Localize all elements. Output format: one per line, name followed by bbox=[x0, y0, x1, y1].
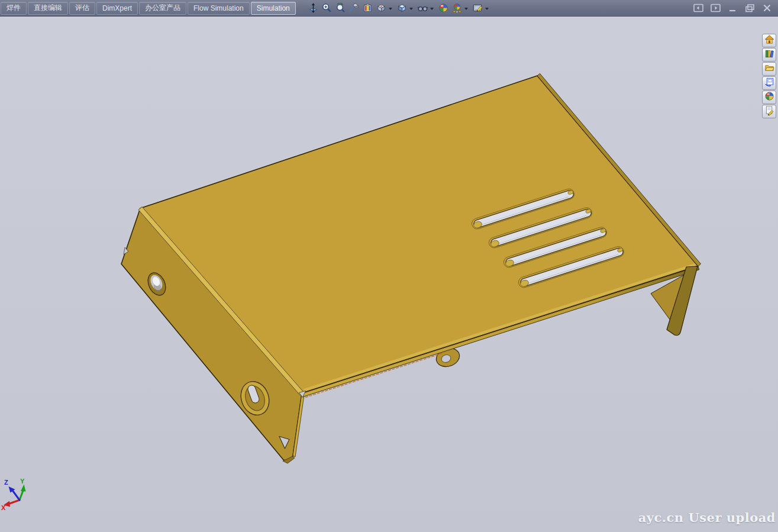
view-settings-icon[interactable] bbox=[471, 1, 485, 15]
minimize-icon[interactable] bbox=[726, 2, 739, 14]
tab-evaluate[interactable]: 评估 bbox=[69, 2, 95, 15]
z-axis-label: Z bbox=[4, 479, 8, 486]
zoom-to-area-icon[interactable] bbox=[320, 1, 334, 15]
part-model[interactable] bbox=[121, 73, 701, 463]
previous-view-icon[interactable] bbox=[334, 1, 347, 15]
task-pane-resources-button[interactable] bbox=[762, 34, 776, 47]
tab-direct-editing[interactable]: 直接编辑 bbox=[28, 2, 68, 15]
section-view-icon[interactable] bbox=[347, 1, 361, 15]
x-axis-label: X bbox=[1, 504, 6, 511]
appearances-scene-icon bbox=[764, 91, 774, 104]
task-pane-file-explorer-button[interactable] bbox=[762, 62, 776, 76]
zoom-to-fit-icon[interactable] bbox=[306, 1, 320, 15]
title-bar: 焊件 直接编辑 评估 DimXpert 办公室产品 Flow Simulatio… bbox=[0, 0, 778, 17]
task-pane-appearances-button[interactable] bbox=[762, 91, 776, 104]
y-axis bbox=[20, 491, 23, 500]
tab-office-products[interactable]: 办公室产品 bbox=[139, 2, 186, 15]
y-axis-label: Y bbox=[20, 478, 25, 485]
close-icon[interactable] bbox=[760, 2, 773, 14]
design-library-icon bbox=[764, 49, 774, 61]
dropdown-caret[interactable] bbox=[389, 8, 392, 10]
panel-collapse-right-icon[interactable] bbox=[709, 2, 722, 14]
apply-scene-icon[interactable] bbox=[437, 1, 450, 15]
home-icon bbox=[764, 34, 774, 47]
annotation-view-icon[interactable] bbox=[361, 1, 375, 15]
task-pane bbox=[762, 34, 777, 119]
dropdown-caret[interactable] bbox=[409, 8, 413, 10]
tab-simulation[interactable]: Simulation bbox=[251, 2, 296, 15]
view-palette-icon bbox=[764, 77, 774, 89]
task-pane-design-library-button[interactable] bbox=[762, 48, 776, 62]
view-orientation-icon[interactable] bbox=[375, 1, 388, 15]
command-manager-tabs: 焊件 直接编辑 评估 DimXpert 办公室产品 Flow Simulatio… bbox=[0, 0, 297, 16]
task-pane-view-palette-button[interactable] bbox=[762, 76, 776, 90]
x-axis bbox=[9, 500, 20, 504]
file-explorer-folder-icon bbox=[764, 63, 774, 75]
tab-dimxpert[interactable]: DimXpert bbox=[96, 2, 138, 15]
restore-icon[interactable] bbox=[743, 2, 756, 14]
edit-appearance-icon[interactable] bbox=[450, 1, 464, 15]
reference-triad: X Y Z bbox=[1, 478, 26, 511]
dropdown-caret[interactable] bbox=[485, 8, 489, 10]
view-heads-up-toolbar bbox=[306, 0, 492, 16]
z-axis bbox=[13, 491, 20, 500]
custom-properties-icon bbox=[764, 105, 774, 118]
tab-flow-simulation[interactable]: Flow Simulation bbox=[188, 2, 250, 15]
model-scene: X Y Z bbox=[0, 0, 778, 532]
tab-weldments[interactable]: 焊件 bbox=[1, 2, 27, 15]
panel-collapse-left-icon[interactable] bbox=[692, 2, 705, 14]
task-pane-custom-properties-button[interactable] bbox=[762, 105, 776, 118]
display-style-icon[interactable] bbox=[395, 1, 409, 15]
y-arrowhead bbox=[21, 485, 26, 492]
dropdown-caret[interactable] bbox=[430, 8, 434, 10]
dropdown-caret[interactable] bbox=[464, 8, 468, 10]
hide-show-items-icon[interactable] bbox=[416, 1, 430, 15]
window-controls bbox=[692, 2, 778, 14]
